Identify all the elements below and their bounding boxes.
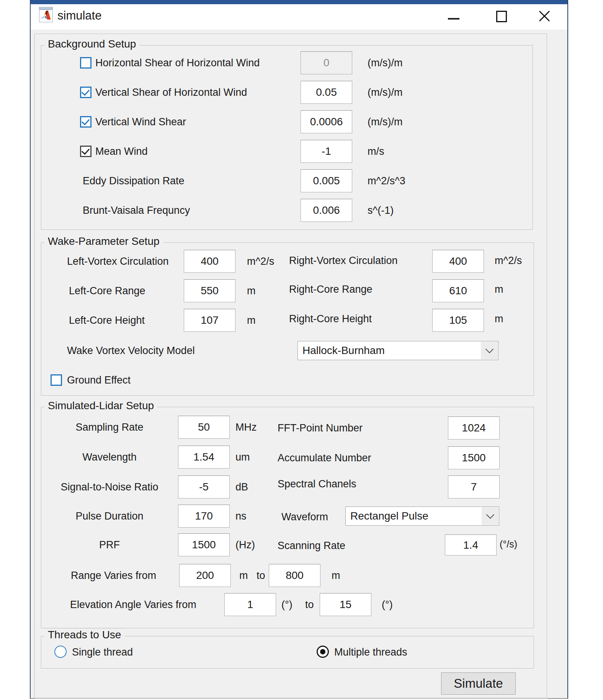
input-elevation-from[interactable]: 1	[224, 593, 276, 616]
label-multiple-threads: Multiple threads	[334, 646, 407, 658]
radio-single-thread[interactable]	[54, 646, 67, 658]
checkbox-vertical-wind-shear[interactable]	[80, 116, 92, 128]
window-top-accent	[31, 0, 567, 4]
unit-elevation-end: (°)	[382, 598, 393, 611]
unit-pulse-duration: ns	[235, 510, 247, 522]
app-icon	[39, 7, 53, 22]
label-horizontal-shear: Horizontal Shear of Horizontal Wind	[95, 57, 260, 69]
group-title: Threads to Use	[44, 628, 124, 641]
maximize-icon[interactable]	[496, 11, 507, 22]
chevron-down-icon	[485, 345, 493, 353]
label-mean-wind: Mean Wind	[95, 145, 148, 157]
unit-left-vortex-circulation: m^2/s	[247, 255, 274, 267]
unit-right-vortex-circulation: m^2/s	[495, 254, 522, 267]
input-left-vortex-circulation[interactable]: 400	[184, 250, 235, 273]
unit-mean-wind: m/s	[368, 145, 384, 157]
unit-left-core-range: m	[247, 285, 256, 297]
unit-elevation-mid: (°)	[281, 598, 293, 611]
input-accumulate-number[interactable]: 1500	[448, 446, 500, 469]
unit-left-core-height: m	[247, 314, 256, 326]
group-title: Background Setup	[44, 38, 139, 51]
input-wavelength[interactable]: 1.54	[178, 446, 230, 469]
label-spectral-chanels: Spectral Chanels	[278, 478, 356, 490]
label-velocity-model: Wake Vortex Velocity Model	[67, 344, 195, 357]
label-wavelength: Wavelength	[37, 451, 182, 463]
unit-sampling-rate: MHz	[235, 421, 257, 433]
dropdown-arrow-button[interactable]	[481, 342, 498, 359]
checkbox-mean-wind[interactable]	[80, 146, 92, 157]
input-right-vortex-circulation[interactable]: 400	[432, 250, 484, 273]
label-right-vortex-circulation: Right-Vortex Circulation	[289, 254, 398, 267]
checkbox-vertical-shear[interactable]	[80, 87, 92, 98]
input-vertical-shear[interactable]: 0.05	[301, 81, 352, 104]
radio-multiple-threads[interactable]	[317, 646, 329, 658]
unit-eddy-dissipation: m^2/s^3	[368, 175, 405, 187]
minimize-icon[interactable]	[448, 18, 459, 20]
label-left-core-range: Left-Core Range	[69, 285, 145, 297]
checkbox-horizontal-shear[interactable]	[80, 57, 92, 69]
input-left-core-height[interactable]: 107	[184, 309, 235, 332]
input-elevation-to[interactable]: 15	[320, 593, 371, 616]
label-vertical-shear: Vertical Shear of Horizontal Wind	[95, 86, 247, 98]
unit-vertical-wind-shear: (m/s)/m	[368, 116, 402, 128]
matlab-logo-icon	[39, 10, 52, 21]
label-ground-effect: Ground Effect	[67, 374, 131, 386]
label-scanning-rate: Scanning Rate	[278, 539, 345, 552]
label-eddy-dissipation: Eddy Dissipation Rate	[83, 175, 185, 187]
input-prf[interactable]: 1500	[178, 533, 230, 556]
unit-brunt-vaisala: s^(-1)	[368, 204, 394, 216]
unit-wavelength: um	[235, 451, 250, 463]
group-title: Wake-Parameter Setup	[44, 235, 163, 248]
unit-vertical-shear: (m/s)/m	[368, 86, 402, 98]
unit-prf: (Hz)	[235, 539, 255, 551]
input-range-from[interactable]: 200	[179, 564, 231, 587]
title-bar: simulate	[31, 4, 567, 30]
label-fft-point-number: FFT-Point Number	[278, 422, 363, 434]
label-range-to-word: to	[257, 569, 265, 582]
input-eddy-dissipation[interactable]: 0.005	[301, 169, 352, 192]
input-snr[interactable]: -5	[178, 475, 230, 498]
input-vertical-wind-shear[interactable]: 0.0006	[301, 110, 352, 133]
dropdown-arrow-button[interactable]	[482, 507, 498, 525]
label-waveform: Waveform	[281, 511, 328, 523]
group-title: Simulated-Lidar Setup	[44, 399, 157, 412]
input-brunt-vaisala[interactable]: 0.006	[301, 199, 352, 222]
unit-snr: dB	[235, 481, 248, 493]
input-spectral-chanels[interactable]: 7	[448, 475, 500, 498]
close-icon[interactable]	[538, 9, 551, 23]
unit-right-core-height: m	[495, 313, 503, 325]
input-right-core-height[interactable]: 105	[432, 309, 484, 332]
input-mean-wind[interactable]: -1	[301, 140, 352, 163]
checkbox-ground-effect[interactable]	[51, 374, 62, 386]
input-range-to[interactable]: 800	[269, 564, 320, 587]
unit-scanning-rate: (°/s)	[500, 538, 517, 550]
dropdown-waveform-value: Rectangel Pulse	[346, 510, 428, 522]
chevron-down-icon	[486, 511, 494, 519]
label-single-thread: Single thread	[72, 646, 133, 658]
input-horizontal-shear[interactable]: 0	[301, 51, 352, 74]
unit-right-core-range: m	[495, 283, 503, 295]
label-sampling-rate: Sampling Rate	[37, 421, 182, 433]
input-pulse-duration[interactable]: 170	[178, 505, 230, 528]
input-fft-point-number[interactable]: 1024	[448, 416, 500, 439]
label-left-core-height: Left-Core Height	[69, 314, 145, 326]
group-background-setup: Background Setup	[41, 45, 533, 230]
label-right-core-range: Right-Core Range	[289, 283, 373, 295]
unit-range-mid: m	[239, 569, 248, 582]
input-scanning-rate[interactable]: 1.4	[445, 534, 497, 556]
input-left-core-range[interactable]: 550	[184, 279, 235, 302]
label-range-varies: Range Varies from	[71, 569, 156, 582]
app-icon-titlebar	[39, 7, 52, 10]
unit-range-end: m	[332, 569, 340, 582]
dropdown-velocity-model[interactable]: Hallock-Burnham	[297, 341, 498, 360]
window-title: simulate	[57, 8, 101, 23]
label-brunt-vaisala: Brunt-Vaisala Frequncy	[83, 204, 190, 216]
label-elevation-varies: Elevation Angle Varies from	[70, 598, 196, 611]
input-sampling-rate[interactable]: 50	[178, 416, 230, 439]
label-right-core-height: Right-Core Height	[289, 313, 372, 325]
simulate-button[interactable]: Simulate	[441, 672, 516, 695]
label-left-vortex-circulation: Left-Vortex Circulation	[67, 255, 169, 267]
dropdown-waveform[interactable]: Rectangel Pulse	[345, 507, 499, 526]
label-accumulate-number: Accumulate Number	[278, 452, 371, 464]
input-right-core-range[interactable]: 610	[432, 279, 484, 302]
